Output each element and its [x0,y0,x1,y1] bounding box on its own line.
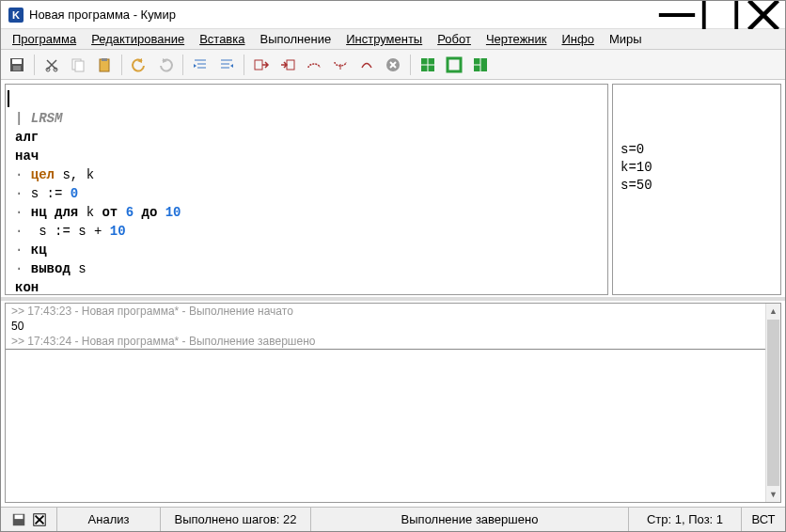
svg-rect-6 [13,66,21,70]
copy-icon[interactable] [66,53,90,77]
menu-worlds[interactable]: Миры [602,30,650,48]
menubar: Программа Редактирование Вставка Выполне… [1,29,785,50]
grid-frame-icon[interactable] [442,53,466,77]
paste-icon[interactable] [92,53,117,77]
menu-edit[interactable]: Редактирование [84,30,192,48]
workspace: | LRSM алг нач · цел s, k · s := 0 · нц … [1,80,785,507]
window-title: Новая программа - Кумир [29,8,655,22]
svg-rect-22 [287,60,294,70]
status-analysis[interactable]: Анализ [57,508,161,531]
toolbar [1,50,785,80]
output-line: 50 [6,319,780,334]
status-mode: ВСТ [742,508,785,531]
redo-icon[interactable] [153,53,178,77]
save-icon[interactable] [5,53,29,77]
watch-pane: s=0 k=10 s=50 [612,84,781,295]
app-icon: K [8,8,24,23]
statusbar: Анализ Выполнено шагов: 22 Выполнение за… [1,507,785,531]
code-editor[interactable]: | LRSM алг нач · цел s, k · s := 0 · нц … [5,84,608,295]
svg-rect-12 [75,61,84,71]
grid-green-icon[interactable] [416,53,440,77]
run-in-icon[interactable] [275,53,300,77]
output-line: >> 17:43:23 - Новая программа* - Выполне… [6,304,780,319]
status-icons [1,508,57,531]
cancel-small-icon[interactable] [32,512,47,527]
cut-icon[interactable] [39,53,64,77]
menu-run[interactable]: Выполнение [252,30,338,48]
watch-line: s=50 [621,177,773,195]
step-icon[interactable] [354,53,379,77]
save-small-icon[interactable] [11,512,26,527]
close-button[interactable] [742,1,785,29]
scrollbar-vertical[interactable]: ▲ ▼ [765,304,780,502]
output-pane[interactable]: >> 17:43:23 - Новая программа* - Выполне… [5,303,781,503]
output-line: >> 17:43:24 - Новая программа* - Выполне… [6,334,780,350]
step-into-icon[interactable] [328,53,353,77]
menu-drawer[interactable]: Чертежник [479,30,555,48]
svg-rect-1 [704,0,737,31]
indent-icon[interactable] [188,53,212,77]
undo-icon[interactable] [127,53,151,77]
scroll-up-icon[interactable]: ▲ [766,304,780,319]
step-over-icon[interactable] [302,53,326,77]
watch-line: k=10 [621,159,773,177]
upper-panes: | LRSM алг нач · цел s, k · s := 0 · нц … [1,80,785,301]
svg-rect-21 [255,60,262,70]
outdent-icon[interactable] [214,53,239,77]
watch-line: s=0 [621,141,773,159]
minimize-button[interactable] [655,1,699,29]
menu-tools[interactable]: Инструменты [338,30,430,48]
svg-rect-30 [448,58,461,71]
titlebar: K Новая программа - Кумир [1,1,785,29]
status-steps: Выполнено шагов: 22 [161,508,311,531]
maximize-button[interactable] [699,1,742,29]
svg-rect-35 [14,514,23,518]
status-state: Выполнение завершено [311,508,629,531]
stop-icon[interactable] [381,53,405,77]
grid-3-icon[interactable] [468,53,493,77]
scroll-down-icon[interactable]: ▼ [766,487,780,502]
scroll-thumb[interactable] [767,320,779,486]
run-out-icon[interactable] [249,53,274,77]
status-position: Стр: 1, Поз: 1 [629,508,742,531]
menu-info[interactable]: Инфо [554,30,601,48]
menu-program[interactable]: Программа [5,30,84,48]
menu-insert[interactable]: Вставка [192,30,252,48]
menu-robot[interactable]: Робот [430,30,479,48]
svg-rect-5 [12,59,22,64]
svg-rect-14 [102,58,107,61]
